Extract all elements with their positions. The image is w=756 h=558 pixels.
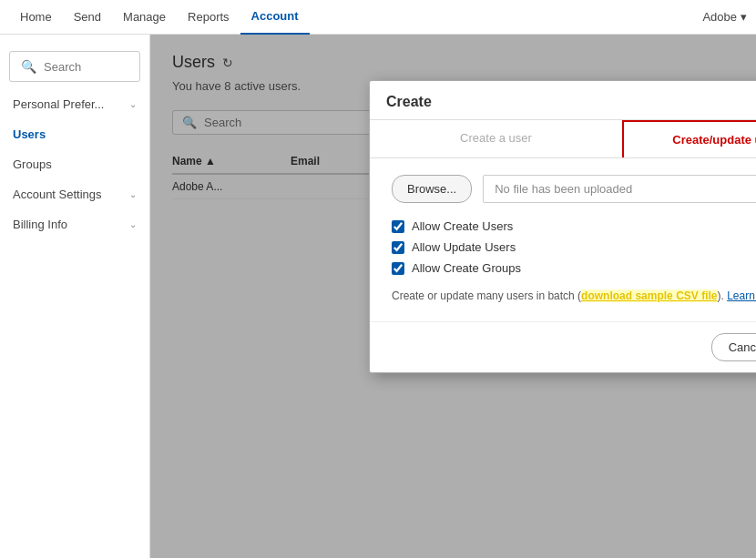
browse-button[interactable]: Browse... [392,175,472,203]
checkbox-allow-create-users: Allow Create Users [392,219,756,233]
nav-manage[interactable]: Manage [112,0,177,35]
sidebar-label-personal-preferences: Personal Prefer... [13,97,104,111]
download-csv-link[interactable]: download sample CSV file [581,289,717,302]
sidebar-item-groups[interactable]: Groups [0,149,149,179]
nav-send[interactable]: Send [63,0,112,35]
checkbox-create-groups-input[interactable] [392,262,404,275]
batch-text-after: ). [717,289,727,302]
sidebar-item-personal-preferences[interactable]: Personal Prefer... ⌄ [0,89,149,119]
content-area: Users ↻ You have 8 active users. 🔍 ✚ ↗ ☰… [150,35,756,558]
modal-footer: Cancel Import [370,321,756,372]
modal-header: Create × [370,81,756,120]
sidebar-search-box[interactable]: 🔍 [9,51,140,82]
sidebar-item-billing-info[interactable]: Billing Info ⌄ [0,209,149,239]
sidebar-item-account-settings[interactable]: Account Settings ⌄ [0,179,149,209]
create-modal: Create × Create a user Create/update use… [369,80,756,373]
nav-account[interactable]: Account [240,0,310,35]
file-upload-row: Browse... No file has been uploaded [392,175,756,203]
chevron-down-icon-2: ⌄ [129,189,137,199]
tab-create-update-bulk[interactable]: Create/update users in bulk [622,120,756,157]
batch-text-before: Create or update many users in batch ( [392,289,581,302]
sidebar: 🔍 Personal Prefer... ⌄ Users Groups Acco… [0,35,150,558]
checkbox-update-users-input[interactable] [392,241,404,254]
checkbox-update-users-label: Allow Update Users [412,240,516,254]
top-nav: Home Send Manage Reports Account Adobe ▾ [0,0,756,35]
checkbox-create-users-input[interactable] [392,220,404,233]
modal-tabs: Create a user Create/update users in bul… [370,120,756,158]
chevron-down-icon: ⌄ [129,99,137,109]
nav-reports[interactable]: Reports [177,0,240,35]
search-input[interactable] [44,60,128,74]
checkbox-allow-create-groups: Allow Create Groups [392,261,756,275]
adobe-label: Adobe [702,10,737,24]
main-layout: 🔍 Personal Prefer... ⌄ Users Groups Acco… [0,35,756,558]
file-display: No file has been uploaded [483,175,756,203]
modal-title: Create [386,94,432,110]
sidebar-label-billing-info: Billing Info [13,218,67,231]
tab-create-user[interactable]: Create a user [370,120,622,157]
adobe-dropdown-icon: ▾ [741,10,747,24]
batch-info: Create or update many users in batch (do… [392,288,756,305]
sidebar-item-users[interactable]: Users [0,119,149,149]
modal-body: Browse... No file has been uploaded Allo… [370,158,756,321]
nav-home[interactable]: Home [9,0,63,35]
sidebar-label-account-settings: Account Settings [13,188,102,201]
sidebar-label-users: Users [13,127,46,141]
nav-adobe-menu[interactable]: Adobe ▾ [702,10,747,24]
search-icon: 🔍 [21,59,36,74]
checkbox-create-users-label: Allow Create Users [412,219,513,233]
learn-more-link[interactable]: Learn more... [727,289,756,302]
sidebar-label-groups: Groups [13,157,52,171]
cancel-button[interactable]: Cancel [711,333,756,361]
checkbox-create-groups-label: Allow Create Groups [412,261,521,275]
checkbox-allow-update-users: Allow Update Users [392,240,756,254]
chevron-down-icon-3: ⌄ [129,219,137,229]
